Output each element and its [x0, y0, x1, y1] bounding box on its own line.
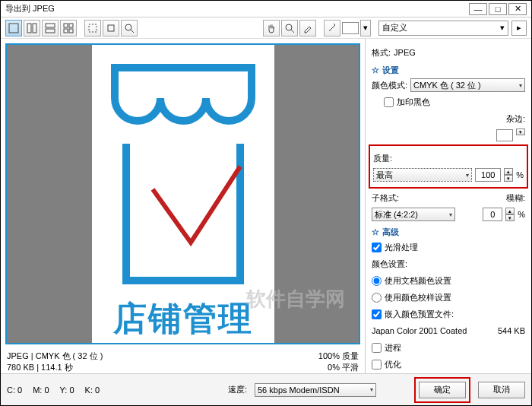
svg-line-16 [334, 24, 335, 25]
status-smooth: 0% 平滑 [318, 362, 359, 373]
matte-color-well[interactable] [496, 129, 513, 141]
speed-dropdown[interactable]: 56 kbps Modem/ISDN▾ [255, 383, 376, 397]
readout-c: C: 0 [7, 385, 22, 395]
quality-spinner[interactable]: ▴▾ [504, 168, 513, 182]
svg-rect-6 [69, 24, 73, 27]
quality-highlight: 质量: 最高▾ ▴▾ % [369, 144, 528, 189]
titlebar: 导出到 JPEG — □ ✕ [1, 1, 531, 17]
minimize-button[interactable]: — [469, 3, 487, 15]
zoom-fit-icon[interactable] [84, 20, 101, 36]
svg-rect-2 [33, 24, 36, 33]
close-button[interactable]: ✕ [508, 3, 527, 15]
status-format: JPEG | CMYK 色 ( 32 位 ) [7, 350, 103, 362]
settings-panel: 格式: JPEG ☆设置 颜色模式:CMYK 色 ( 32 位 )▾ 加印黑色 … [366, 39, 531, 373]
svg-rect-4 [46, 29, 55, 33]
format-value: JPEG [394, 48, 416, 57]
hand-tool-icon[interactable] [263, 20, 280, 36]
preset-dropdown[interactable]: 自定义▾ [378, 21, 508, 36]
matte-menu[interactable]: ▾ [516, 128, 525, 142]
svg-rect-0 [9, 24, 18, 33]
section-settings[interactable]: ☆设置 [372, 65, 525, 76]
svg-rect-7 [64, 29, 68, 33]
eyedropper-icon[interactable] [299, 20, 316, 36]
sample-color-well[interactable] [342, 22, 359, 34]
color-menu-icon[interactable]: ▾ [360, 20, 371, 36]
toolbar: ▾ 自定义▾ ▸ [1, 17, 531, 39]
speed-label: 速度: [228, 384, 247, 395]
preview-canvas[interactable]: 店铺管理 软件自学网 [5, 43, 360, 344]
preview-status: JPEG | CMYK 色 ( 32 位 ) 780 KB | 114.1 秒 … [1, 349, 365, 373]
embed-profile-checkbox[interactable]: 嵌入颜色预置文件: [372, 309, 454, 320]
color-mode-dropdown[interactable]: CMYK 色 ( 32 位 )▾ [410, 78, 525, 92]
subformat-dropdown[interactable]: 标准 (4:2:2)▾ [372, 208, 455, 221]
blur-spinner[interactable]: ▴▾ [505, 208, 515, 221]
preset-value: 自定义 [382, 22, 407, 33]
zoom-tool-icon[interactable] [281, 20, 298, 36]
svg-rect-9 [89, 24, 97, 32]
view-split-v-icon[interactable] [24, 20, 40, 36]
svg-rect-10 [108, 25, 114, 31]
subformat-label: 子格式: [372, 192, 404, 204]
svg-line-14 [291, 30, 294, 33]
blur-label: 模糊: [506, 192, 525, 204]
percent-label: % [516, 170, 524, 179]
wand-icon[interactable] [324, 20, 340, 36]
profile-name: Japan Color 2001 Coated [372, 326, 467, 335]
ok-button[interactable]: 确定 [419, 382, 466, 398]
overprint-checkbox[interactable]: 加印黑色 [384, 97, 430, 108]
color-settings-label: 颜色设置: [372, 259, 407, 270]
view-split-h-icon[interactable] [42, 20, 59, 36]
profile-size: 544 KB [498, 326, 525, 335]
view-quad-icon[interactable] [60, 20, 77, 36]
format-label: 格式: [372, 47, 391, 59]
svg-line-12 [131, 30, 134, 33]
progressive-checkbox[interactable]: 进程 [372, 342, 401, 354]
svg-line-15 [329, 25, 335, 31]
readout-k: K: 0 [85, 385, 100, 395]
status-size: 780 KB | 114.1 秒 [7, 362, 103, 373]
view-single-icon[interactable] [5, 20, 22, 36]
footer: C: 0 M: 0 Y: 0 K: 0 速度: 56 kbps Modem/IS… [1, 373, 531, 405]
svg-rect-5 [64, 24, 68, 27]
svg-rect-8 [69, 29, 73, 33]
readout-m: M: 0 [33, 385, 49, 395]
zoom-actual-icon[interactable] [103, 20, 119, 36]
section-advanced[interactable]: ☆高级 [372, 227, 525, 238]
use-doc-color-radio[interactable]: 使用文档颜色设置 [372, 275, 451, 287]
readout-y: Y: 0 [60, 385, 74, 395]
cancel-button[interactable]: 取消 [478, 382, 525, 398]
watermark: 软件自学网 [246, 286, 345, 312]
color-mode-label: 颜色模式: [372, 80, 407, 91]
zoom-width-icon[interactable] [121, 20, 138, 36]
preview-pane: 店铺管理 软件自学网 JPEG | CMYK 色 ( 32 位 ) 780 KB… [1, 39, 366, 373]
svg-point-13 [286, 24, 292, 30]
status-quality: 100% 质量 [318, 350, 359, 362]
quality-dropdown[interactable]: 最高▾ [373, 168, 472, 182]
maximize-button[interactable]: □ [489, 3, 507, 15]
svg-rect-1 [27, 24, 31, 33]
svg-rect-3 [46, 24, 55, 27]
antialias-checkbox[interactable]: 光滑处理 [372, 242, 418, 253]
quality-percent-input[interactable] [475, 168, 501, 182]
matte-label: 杂边: [506, 113, 525, 125]
optimize-checkbox[interactable]: 优化 [372, 359, 401, 370]
blur-input[interactable] [483, 208, 502, 221]
preset-apply-icon[interactable]: ▸ [511, 21, 527, 36]
quality-label: 质量: [373, 153, 392, 164]
window-title: 导出到 JPEG [5, 3, 467, 14]
use-proof-color-radio[interactable]: 使用颜色校样设置 [372, 292, 451, 303]
svg-point-11 [125, 24, 131, 30]
